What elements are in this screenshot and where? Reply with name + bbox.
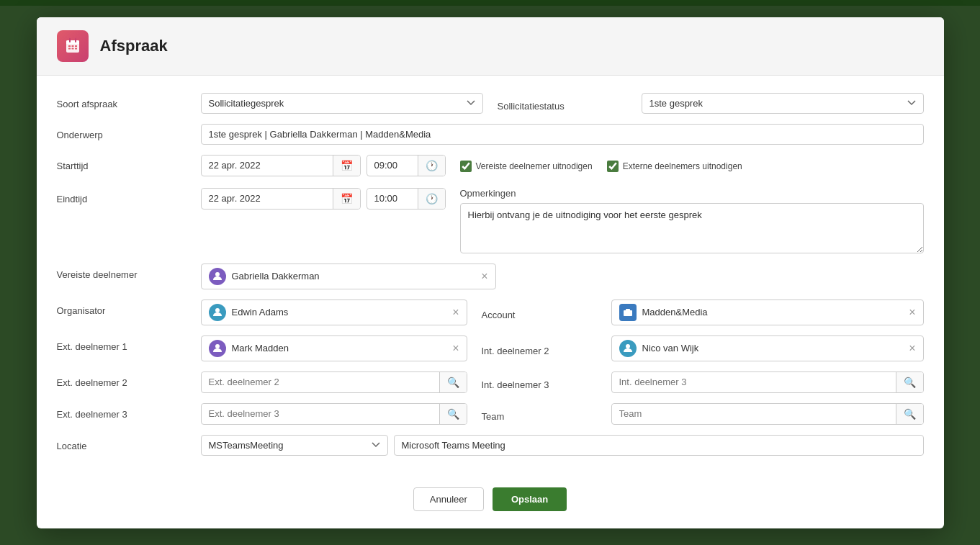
ext-deelnemer-3-input[interactable] bbox=[202, 404, 439, 423]
ext-deelnemer-1-remove[interactable]: × bbox=[452, 343, 459, 354]
account-remove[interactable]: × bbox=[909, 307, 915, 318]
ext-deelnemer-1-avatar bbox=[209, 340, 226, 357]
start-time-clock-icon[interactable]: 🕐 bbox=[418, 156, 445, 176]
ext-deelnemer-2-label: Ext. deelnemer 2 bbox=[57, 371, 201, 388]
modal-overlay: Afspraak Soort afspraak Sollicitatiegesp… bbox=[0, 0, 980, 545]
svg-point-16 bbox=[626, 344, 630, 348]
end-date-calendar-icon[interactable]: 📅 bbox=[333, 189, 360, 209]
opmerkingen-label: Opmerkingen bbox=[460, 188, 547, 199]
int-deelnemer-2-name: Nico van Wijk bbox=[642, 343, 904, 353]
ext-deelnemer-2-search: 🔍 bbox=[201, 371, 467, 393]
svg-point-15 bbox=[215, 344, 220, 348]
svg-rect-5 bbox=[68, 45, 71, 47]
int-deelnemer-2-field: Nico van Wijk × bbox=[611, 335, 924, 361]
starttijd-row: Starttijd 📅 🕐 bbox=[57, 155, 924, 178]
team-search-icon[interactable]: 🔍 bbox=[896, 404, 923, 424]
start-time-input[interactable] bbox=[367, 156, 418, 175]
organisator-field: Edwin Adams × bbox=[201, 299, 467, 325]
ext-deelnemer-2-search-icon[interactable]: 🔍 bbox=[439, 372, 467, 392]
svg-rect-6 bbox=[71, 45, 73, 47]
svg-rect-2 bbox=[66, 42, 79, 44]
vereiste-deelnemer-avatar bbox=[209, 268, 226, 285]
eindtijd-row: Eindtijd 📅 🕐 bbox=[57, 188, 924, 253]
ext-deelnemer-1-field: Mark Madden × bbox=[201, 335, 467, 361]
organisator-avatar bbox=[209, 304, 226, 321]
ext-deelnemer-3-search: 🔍 bbox=[201, 403, 467, 425]
svg-rect-9 bbox=[71, 48, 73, 49]
locatie-row: Locatie MSTeamsMeeting Kantoor Online An… bbox=[57, 435, 924, 456]
start-date-calendar-icon[interactable]: 📅 bbox=[333, 156, 360, 176]
save-button[interactable]: Opslaan bbox=[493, 487, 567, 511]
int-deelnemer-3-input[interactable] bbox=[612, 372, 896, 392]
vereiste-deelnemer-uitnodigen-label: Vereiste deelnemer uitnodigen bbox=[476, 161, 593, 171]
organisator-name: Edwin Adams bbox=[232, 307, 447, 317]
vereiste-deelnemer-wrap: Vereiste deelnemer uitnodigen bbox=[460, 161, 593, 172]
ext-deelnemer-3-search-icon[interactable]: 🔍 bbox=[439, 404, 467, 424]
vereiste-deelnemer-label: Vereiste deelnemer bbox=[57, 264, 201, 280]
account-label: Account bbox=[482, 304, 597, 320]
start-date-input[interactable] bbox=[202, 156, 333, 175]
ext-deelnemer-1-label: Ext. deelnemer 1 bbox=[57, 335, 201, 352]
modal-title: Afspraak bbox=[100, 37, 168, 55]
onderwerp-row: Onderwerp bbox=[57, 124, 924, 145]
onderwerp-label: Onderwerp bbox=[57, 124, 201, 140]
onderwerp-input[interactable] bbox=[201, 124, 924, 145]
svg-rect-10 bbox=[75, 48, 77, 49]
int-deelnemer-3-search-icon[interactable]: 🔍 bbox=[896, 372, 923, 392]
organisator-remove[interactable]: × bbox=[452, 307, 459, 318]
ext-deelnemer-2-row: Ext. deelnemer 2 🔍 Int. deelnemer 3 🔍 bbox=[57, 371, 924, 393]
ext-deelnemer-2-input[interactable] bbox=[202, 372, 439, 392]
eindtijd-label: Eindtijd bbox=[57, 188, 201, 204]
ext-deelnemer-3-label: Ext. deelnemer 3 bbox=[57, 403, 201, 420]
ext-deelnemer-3-row: Ext. deelnemer 3 🔍 Team 🔍 bbox=[57, 403, 924, 425]
account-avatar bbox=[619, 304, 637, 321]
vereiste-deelnemer-checkbox[interactable] bbox=[460, 161, 472, 172]
locatie-label: Locatie bbox=[57, 435, 201, 451]
externe-deelnemers-checkbox[interactable] bbox=[607, 161, 619, 172]
cancel-button[interactable]: Annuleer bbox=[413, 487, 484, 511]
modal-header: Afspraak bbox=[37, 17, 944, 76]
ext-deelnemer-1-name: Mark Madden bbox=[232, 343, 447, 353]
vereiste-deelnemer-field: Gabriella Dakkerman × bbox=[201, 264, 496, 289]
svg-rect-13 bbox=[624, 310, 632, 316]
soort-afspraak-select[interactable]: Sollicitatiegesprek Kennismaking Overleg… bbox=[201, 93, 483, 114]
organisator-row: Organisator Edwin Adams × bbox=[57, 299, 924, 325]
account-name: Madden&Media bbox=[642, 307, 904, 317]
externe-deelnemers-wrap: Externe deelnemers uitnodigen bbox=[607, 161, 742, 172]
int-deelnemer-2-label: Int. deelnemer 2 bbox=[482, 340, 597, 356]
starttijd-label: Starttijd bbox=[57, 155, 201, 171]
ext-deelnemer-1-row: Ext. deelnemer 1 Mark Madden × bbox=[57, 335, 924, 361]
vereiste-deelnemer-remove[interactable]: × bbox=[481, 271, 487, 282]
svg-rect-8 bbox=[68, 48, 71, 49]
int-deelnemer-2-remove[interactable]: × bbox=[909, 343, 915, 354]
modal-body: Soort afspraak Sollicitatiegesprek Kenni… bbox=[37, 76, 944, 480]
vereiste-deelnemer-row: Vereiste deelnemer Gabriella Dakkerman bbox=[57, 264, 924, 289]
sollicitatiestatus-label: Sollicitatiestatus bbox=[498, 95, 627, 112]
team-search: 🔍 bbox=[611, 403, 924, 425]
int-deelnemer-2-avatar bbox=[619, 340, 637, 357]
opmerkingen-wrap: Opmerkingen Hierbij ontvang je de uitnod… bbox=[460, 188, 924, 253]
locatie-select[interactable]: MSTeamsMeeting Kantoor Online Anders bbox=[201, 435, 388, 456]
soort-afspraak-label: Soort afspraak bbox=[57, 93, 201, 109]
end-time-input[interactable] bbox=[367, 189, 418, 208]
end-time-clock-icon[interactable]: 🕐 bbox=[418, 189, 445, 209]
account-field: Madden&Media × bbox=[611, 299, 924, 325]
afspraak-modal: Afspraak Soort afspraak Sollicitatiegesp… bbox=[37, 17, 944, 528]
organisator-label: Organisator bbox=[57, 299, 201, 316]
svg-rect-14 bbox=[626, 309, 630, 311]
soort-afspraak-row: Soort afspraak Sollicitatiegesprek Kenni… bbox=[57, 93, 924, 114]
modal-footer: Annuleer Opslaan bbox=[37, 480, 944, 528]
svg-point-12 bbox=[215, 308, 220, 312]
sollicitatiestatus-select[interactable]: 1ste gesprek 2de gesprek Aangeboden Aang… bbox=[642, 93, 924, 114]
locatie-text-input[interactable] bbox=[394, 435, 924, 456]
int-deelnemer-3-label: Int. deelnemer 3 bbox=[482, 374, 597, 390]
vereiste-deelnemer-name: Gabriella Dakkerman bbox=[232, 271, 476, 281]
team-input[interactable] bbox=[612, 404, 896, 423]
opmerkingen-textarea[interactable]: Hierbij ontvang je de uitnodiging voor h… bbox=[460, 203, 924, 253]
svg-point-11 bbox=[215, 272, 220, 276]
end-date-input[interactable] bbox=[202, 189, 333, 208]
checkboxes-row: Vereiste deelnemer uitnodigen Externe de… bbox=[460, 156, 924, 172]
int-deelnemer-3-search: 🔍 bbox=[611, 371, 924, 393]
modal-icon bbox=[57, 30, 89, 62]
team-label: Team bbox=[482, 405, 597, 422]
